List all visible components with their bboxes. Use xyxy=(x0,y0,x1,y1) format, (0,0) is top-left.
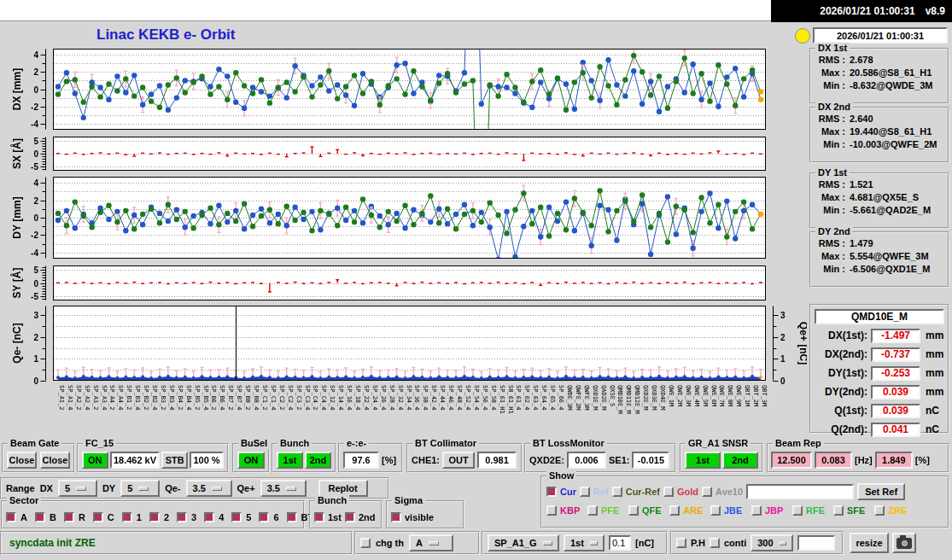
show-qfe-label: QFE xyxy=(642,505,666,516)
show-cur-checkbox[interactable] xyxy=(546,487,557,497)
option-menu-icon xyxy=(780,541,787,545)
che1-out-button[interactable]: OUT xyxy=(442,452,475,469)
sector-bt-checkbox[interactable] xyxy=(287,512,297,522)
show-jbp-checkbox[interactable] xyxy=(751,505,762,516)
show-jbe-checkbox[interactable] xyxy=(710,505,721,516)
show-sfe-label: SFE xyxy=(847,505,871,516)
threshold-input[interactable] xyxy=(609,535,631,551)
acquisition-panel: P.H conti 300 xyxy=(670,531,844,555)
show-are-label: ARE xyxy=(683,505,707,516)
set-ref-button[interactable]: Set Ref xyxy=(857,483,905,500)
conti-label: conti xyxy=(724,538,746,548)
show-kbp-checkbox[interactable] xyxy=(546,505,557,516)
resize-button[interactable]: resize xyxy=(850,533,889,553)
range-dy-select[interactable]: 5 xyxy=(120,480,160,497)
dy-1st-stats-group: DY 1st RMS :1.521 Max :4.681@QX5E_S Min … xyxy=(809,172,949,229)
show-ave10-checkbox[interactable] xyxy=(702,487,712,497)
stat-line: Min :-6.506@QXD1E_M xyxy=(811,263,948,276)
sector-r-checkbox[interactable] xyxy=(64,512,74,522)
bunch-1st-checkbox[interactable] xyxy=(314,512,324,522)
ref-name-input[interactable] xyxy=(746,484,854,499)
stat-line: Max :19.440@S8_61_H1 xyxy=(811,125,948,138)
sector-5-checkbox[interactable] xyxy=(231,512,242,522)
ph-label: P.H xyxy=(691,538,705,548)
monitor-row: DY(1st):-0.253mm xyxy=(811,364,948,382)
show-cur-ref-checkbox[interactable] xyxy=(612,487,622,497)
beam-rep-title: Beam Rep xyxy=(773,438,824,449)
monitor-value: -1.497 xyxy=(871,329,920,343)
sector-b-checkbox[interactable] xyxy=(35,512,45,522)
bunch-2nd-button[interactable]: 2nd xyxy=(305,452,331,469)
sector-a-checkbox[interactable] xyxy=(6,512,16,522)
orbit-plots-canvas xyxy=(0,44,807,442)
sector-a-label: A xyxy=(20,512,27,522)
bunch-2nd-checkbox[interactable] xyxy=(345,512,355,522)
monitor-row: Q(1st):0.039nC xyxy=(811,401,948,420)
fc15-stb-button[interactable]: STB xyxy=(161,452,188,469)
bpm-monitor-panel: QMD10E_M DX(1st):-1.497mm DX(2nd):-0.737… xyxy=(809,304,949,434)
interval-select[interactable]: 300 xyxy=(751,534,793,551)
fc15-percent-field: 100 % xyxy=(190,452,224,469)
stat-line: Min :-10.003@QWFE_2M xyxy=(811,138,948,151)
busel-title: BuSel xyxy=(238,438,270,449)
screenshot-button[interactable] xyxy=(892,533,916,553)
sp-bunch-select[interactable]: 1st xyxy=(564,534,604,551)
bunch-1st-button[interactable]: 1st xyxy=(277,452,303,469)
clock-bar-datetime: 2026/01/21 01:00:31 xyxy=(820,5,914,17)
chg-th-checkbox[interactable] xyxy=(360,538,371,548)
show-ref-checkbox[interactable] xyxy=(580,487,590,497)
eratio-group: e-:e- 97.6 [%] xyxy=(338,443,403,473)
beam-rep-group: Beam Rep 12.500 0.083 [Hz] 1.849 [%] xyxy=(767,443,949,473)
range-dx-select[interactable]: 5 xyxy=(58,480,97,497)
range-qem-select[interactable]: 3.5 xyxy=(186,480,232,497)
sector-3-checkbox[interactable] xyxy=(177,512,187,522)
busel-on-button[interactable]: ON xyxy=(237,452,265,469)
dy-1st-stats-title: DY 1st xyxy=(815,167,850,178)
dx-1st-stats-title: DX 1st xyxy=(815,43,850,54)
page-title: Linac KEKB e- Orbit xyxy=(96,26,235,44)
monitor-value: 0.041 xyxy=(871,423,920,437)
sp-bpm-select[interactable]: SP_A1_G xyxy=(488,534,559,551)
range-qep-select[interactable]: 3.5 xyxy=(260,480,307,497)
sector-6-checkbox[interactable] xyxy=(259,512,269,522)
show-qfe-checkbox[interactable] xyxy=(628,505,639,516)
fc15-on-button[interactable]: ON xyxy=(82,452,108,469)
show-rfe-checkbox[interactable] xyxy=(792,505,803,516)
status-message: syncdata init ZRE xyxy=(6,537,96,549)
fc15-kv-field: 18.462 kV xyxy=(110,452,161,469)
replot-button[interactable]: Replot xyxy=(318,480,368,497)
beam-gate-close-2-button[interactable]: Close xyxy=(40,452,70,469)
show-are-checkbox[interactable] xyxy=(669,505,680,516)
snsr-2nd-button[interactable]: 2nd xyxy=(722,452,758,469)
bunch-2nd-label: 2nd xyxy=(359,512,376,522)
monitor-value: -0.253 xyxy=(871,366,920,381)
conti-checkbox[interactable] xyxy=(710,538,720,548)
beam-gate-close-1-button[interactable]: Close xyxy=(7,452,37,469)
chg-sector-select[interactable]: A xyxy=(409,534,453,551)
show-sfe-checkbox[interactable] xyxy=(833,505,844,516)
snsr-1st-button[interactable]: 1st xyxy=(685,452,721,469)
bunch-group: Bunch 1st 2nd xyxy=(272,443,336,473)
extra-input[interactable] xyxy=(797,535,835,551)
show-pfe-label: PFE xyxy=(601,505,625,516)
sector-1-checkbox[interactable] xyxy=(122,512,132,522)
bunch-1st-label: 1st xyxy=(328,512,342,522)
ph-checkbox[interactable] xyxy=(676,538,686,548)
show-zre-checkbox[interactable] xyxy=(874,505,885,516)
show-cur-ref-label: Cur-Ref xyxy=(626,487,660,497)
show-pfe-checkbox[interactable] xyxy=(587,505,598,516)
sigma-visible-checkbox[interactable] xyxy=(391,512,401,522)
sector-2-checkbox[interactable] xyxy=(149,512,160,522)
sigma-title: Sigma xyxy=(392,495,425,506)
timestamp-field: 2026/01/21 01:00:31 xyxy=(813,27,948,44)
bt-lossmonitor-title: BT LossMonitor xyxy=(530,438,607,449)
sector-c-checkbox[interactable] xyxy=(93,512,103,522)
sector-4-checkbox[interactable] xyxy=(204,512,214,522)
clock-bar-version: v8.9 xyxy=(926,5,945,17)
show-gold-checkbox[interactable] xyxy=(663,487,674,497)
beam-rep-v3-field: 1.849 xyxy=(875,452,913,469)
eratio-title: e-:e- xyxy=(344,438,369,449)
show-rfe-label: RFE xyxy=(806,505,830,516)
chg-th-panel: chg th A xyxy=(354,531,480,555)
range-label: Range xyxy=(6,483,35,493)
